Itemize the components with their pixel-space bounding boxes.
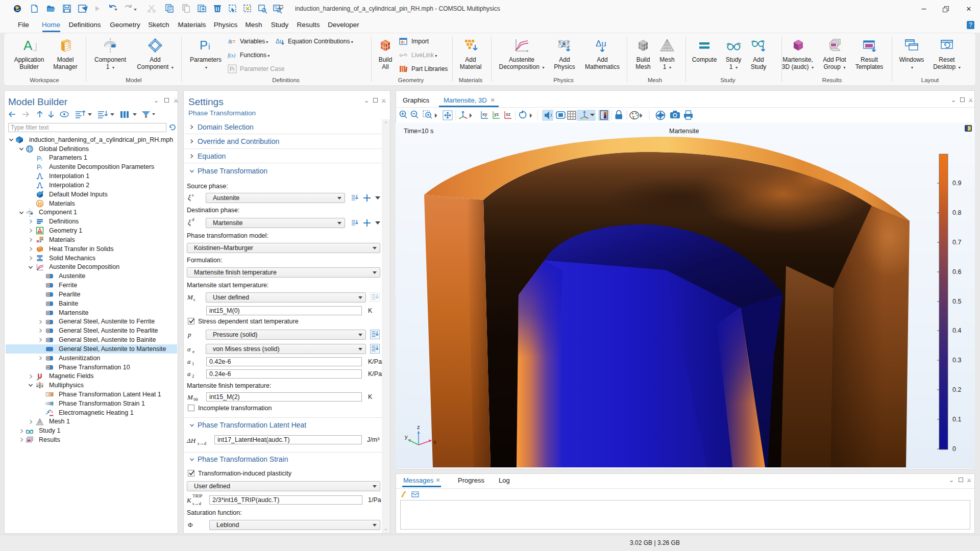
- svg-text:0.6: 0.6: [952, 268, 961, 276]
- svg-text:z: z: [417, 424, 420, 430]
- svg-text:0.1: 0.1: [952, 416, 961, 423]
- svg-text:0.9: 0.9: [952, 180, 961, 187]
- svg-text:xy: xy: [482, 112, 487, 117]
- svg-text:0.7: 0.7: [952, 239, 961, 246]
- svg-text:0.5: 0.5: [952, 298, 961, 305]
- svg-text:yz: yz: [494, 112, 499, 117]
- svg-text:Δu: Δu: [596, 39, 606, 48]
- svg-text:y: y: [405, 434, 408, 440]
- svg-text:xz: xz: [506, 112, 510, 117]
- svg-text:i: i: [208, 42, 210, 51]
- svg-text:x: x: [433, 439, 436, 445]
- svg-text:a: a: [228, 37, 232, 45]
- svg-text:0.4: 0.4: [952, 327, 961, 334]
- svg-text:0.8: 0.8: [952, 209, 961, 216]
- svg-text:=: =: [232, 38, 235, 44]
- svg-text:P: P: [200, 38, 208, 52]
- svg-text:Pi: Pi: [230, 66, 234, 72]
- svg-text:f(x): f(x): [228, 52, 236, 59]
- svg-text:0.3: 0.3: [952, 357, 961, 364]
- svg-text:0.2: 0.2: [952, 386, 961, 393]
- svg-text:A: A: [23, 38, 33, 53]
- svg-text:0: 0: [952, 445, 956, 453]
